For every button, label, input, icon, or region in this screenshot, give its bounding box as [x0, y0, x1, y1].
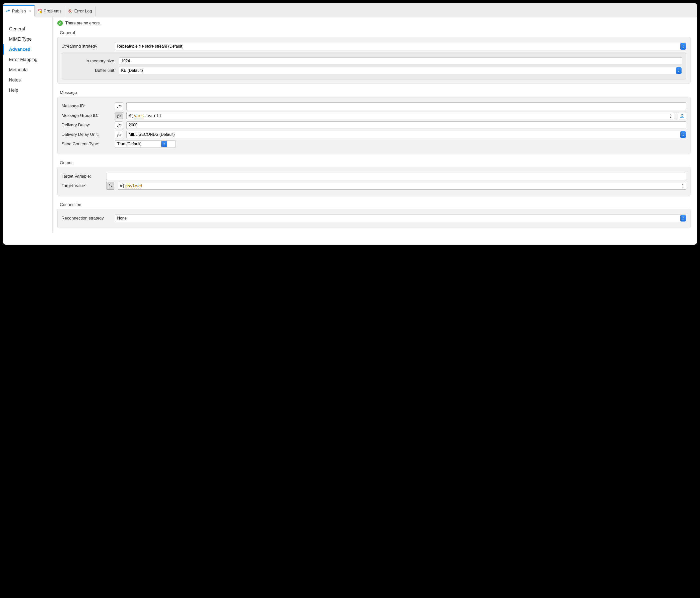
reconnection-strategy-value[interactable]: [115, 214, 686, 222]
tab-errorlog-label: Error Log: [74, 9, 92, 14]
section-general: Streaming strategy In memory size: Buffe…: [57, 37, 691, 84]
tab-publish[interactable]: Publish ×: [3, 5, 35, 17]
buffer-unit-label: Buffer unit:: [72, 68, 116, 73]
expression-prefix: #[: [129, 113, 133, 118]
advanced-pane: ✓ There are no errors. General Streaming…: [53, 17, 697, 233]
delivery-delay-unit-select[interactable]: [126, 131, 686, 138]
chevron-updown-icon[interactable]: [680, 131, 686, 138]
fx-button[interactable]: ƒx: [115, 112, 123, 119]
expression-keyword: vars: [134, 113, 144, 118]
tab-problems[interactable]: Problems: [35, 6, 65, 16]
chevron-updown-icon[interactable]: [680, 215, 686, 222]
streaming-strategy-value[interactable]: [115, 43, 686, 50]
delivery-delay-unit-label: Delivery Delay Unit:: [61, 132, 111, 137]
svg-point-1: [39, 10, 40, 11]
chevron-updown-icon[interactable]: [676, 67, 681, 74]
target-value-input[interactable]: #[ payload ]: [118, 182, 686, 190]
send-content-type-select[interactable]: [115, 140, 167, 148]
fx-button[interactable]: ƒx: [115, 102, 123, 110]
settings-sidebar: General MIME Type Advanced Error Mapping…: [3, 17, 53, 233]
message-id-label: Message ID:: [61, 104, 111, 109]
delivery-delay-input[interactable]: [126, 121, 686, 129]
expression-keyword: payload: [125, 184, 142, 188]
fx-button[interactable]: ƒx: [115, 131, 123, 138]
in-memory-size-input[interactable]: [119, 57, 682, 65]
section-title-general: General: [53, 27, 693, 37]
tab-publish-label: Publish: [12, 9, 26, 14]
expression-suffix: ]: [681, 184, 684, 188]
svg-rect-2: [40, 11, 41, 13]
sidebar-item-error-mapping[interactable]: Error Mapping: [3, 55, 52, 65]
buffer-unit-value[interactable]: [119, 67, 682, 74]
streaming-sub-settings: In memory size: Buffer unit:: [61, 53, 686, 79]
section-title-connection: Connection: [53, 199, 693, 209]
section-message: Message ID: ƒx Message Group ID: ƒx #[ v…: [57, 97, 691, 154]
message-group-id-label: Message Group ID:: [61, 113, 111, 118]
data-mapping-icon[interactable]: [678, 112, 686, 119]
editor-tabs: Publish × Problems Error Log: [3, 3, 697, 17]
message-group-id-input[interactable]: #[ vars.userId ]: [126, 112, 674, 119]
buffer-unit-select[interactable]: [119, 67, 682, 74]
publish-icon: [5, 9, 10, 14]
expression-prefix: #[: [120, 184, 125, 188]
reconnection-strategy-select[interactable]: [115, 214, 686, 222]
expression-rest: .userId: [144, 113, 161, 118]
delivery-delay-label: Delivery Delay:: [61, 123, 111, 128]
in-memory-size-label: In memory size:: [72, 58, 116, 63]
validation-status: ✓ There are no errors.: [53, 19, 693, 27]
streaming-strategy-select[interactable]: [115, 43, 686, 50]
sidebar-item-help[interactable]: Help: [3, 85, 52, 96]
fx-button[interactable]: ƒx: [115, 121, 123, 129]
delivery-delay-unit-value[interactable]: [126, 131, 686, 138]
message-id-input[interactable]: [126, 102, 686, 110]
streaming-strategy-label: Streaming strategy: [61, 44, 111, 49]
close-icon[interactable]: ×: [28, 8, 31, 14]
chevron-updown-icon[interactable]: [161, 141, 167, 147]
sidebar-item-mime-type[interactable]: MIME Type: [3, 34, 52, 44]
check-icon: ✓: [57, 21, 63, 26]
errorlog-icon: [68, 9, 73, 14]
sidebar-item-general[interactable]: General: [3, 24, 52, 34]
section-connection: Reconnection strategy: [57, 209, 691, 228]
tab-errorlog[interactable]: Error Log: [65, 6, 96, 16]
sidebar-item-metadata[interactable]: Metadata: [3, 65, 52, 75]
chevron-updown-icon[interactable]: [680, 43, 686, 50]
validation-status-text: There are no errors.: [65, 21, 101, 25]
sidebar-item-notes[interactable]: Notes: [3, 75, 52, 85]
target-variable-input[interactable]: [106, 173, 686, 180]
send-content-type-label: Send Content-Type:: [61, 141, 111, 147]
section-title-message: Message: [53, 87, 693, 97]
fx-button[interactable]: ƒx: [106, 182, 114, 190]
problems-icon: [37, 9, 42, 14]
reconnection-strategy-label: Reconnection strategy: [61, 216, 111, 221]
section-output: Target Variable: Target Value: ƒx #[ pay…: [57, 167, 691, 196]
properties-window: Publish × Problems Error Log General MIM…: [3, 3, 697, 245]
section-title-output: Output: [53, 157, 693, 167]
tab-problems-label: Problems: [44, 9, 61, 14]
target-value-label: Target Value:: [61, 183, 103, 188]
target-variable-label: Target Variable:: [61, 174, 103, 179]
expression-suffix: ]: [670, 113, 672, 118]
sidebar-item-advanced[interactable]: Advanced: [3, 44, 52, 55]
